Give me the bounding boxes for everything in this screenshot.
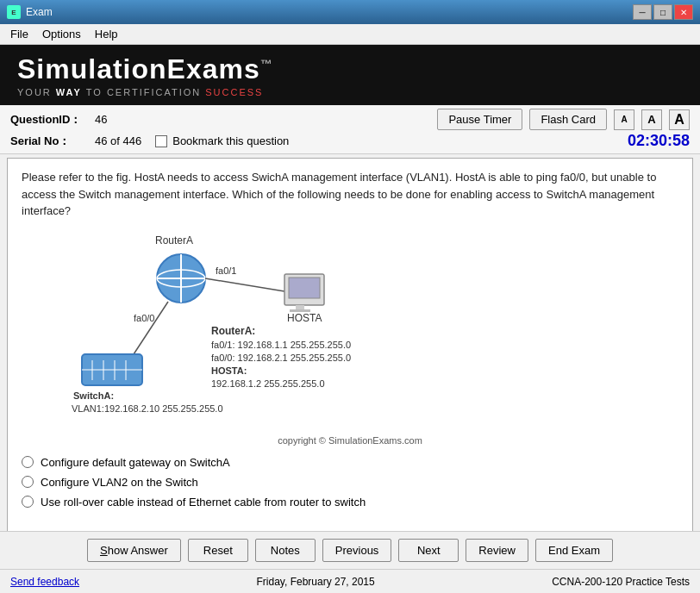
option-text-c: Use roll-over cable instead of Ethernet … bbox=[41, 496, 366, 509]
pause-timer-button[interactable]: Pause Timer bbox=[437, 109, 522, 130]
title-bar: E Exam ─ □ ✕ bbox=[0, 0, 700, 24]
radio-option-a[interactable] bbox=[22, 456, 34, 468]
bottom-bar: Show Answer Reset Notes Previous Next Re… bbox=[0, 531, 700, 569]
option-row-b: Configure VLAN2 on the Switch bbox=[22, 476, 678, 489]
trademark: ™ bbox=[260, 57, 273, 71]
svg-line-14 bbox=[134, 302, 168, 354]
svg-text:192.168.1.2 255.255.255.0: 192.168.1.2 255.255.255.0 bbox=[211, 378, 325, 389]
window-controls[interactable]: ─ □ ✕ bbox=[633, 4, 693, 20]
previous-button[interactable]: Previous bbox=[322, 539, 392, 562]
serial-label: Serial No： bbox=[10, 134, 88, 149]
status-date: Friday, February 27, 2015 bbox=[79, 576, 552, 588]
app-icon: E bbox=[7, 5, 21, 19]
bookmark-label: Bookmark this question bbox=[172, 134, 289, 147]
menu-file[interactable]: File bbox=[3, 26, 35, 42]
show-answer-label: how Answer bbox=[108, 544, 168, 557]
radio-option-b[interactable] bbox=[22, 476, 34, 488]
svg-text:SwitchA:: SwitchA: bbox=[73, 390, 114, 401]
svg-text:E: E bbox=[11, 9, 16, 16]
status-certification: CCNA-200-120 Practice Tests bbox=[552, 576, 690, 588]
router-label: RouterA bbox=[155, 234, 193, 247]
menu-help[interactable]: Help bbox=[88, 26, 125, 42]
reset-label: Reset bbox=[203, 544, 233, 557]
end-exam-label: End Exam bbox=[548, 544, 600, 557]
svg-rect-11 bbox=[296, 305, 304, 309]
show-answer-button[interactable]: Show Answer bbox=[87, 539, 181, 562]
font-medium-button[interactable]: A bbox=[641, 109, 662, 130]
serial-value: 46 of 446 bbox=[95, 134, 141, 147]
next-button[interactable]: Next bbox=[398, 539, 459, 562]
banner-title: SimulationExams™ bbox=[17, 53, 273, 85]
maximize-button[interactable]: □ bbox=[653, 4, 672, 20]
svg-text:HOSTA: HOSTA bbox=[287, 312, 322, 324]
answer-options: Configure default gateway on SwitchA Con… bbox=[8, 449, 692, 522]
window-title: Exam bbox=[26, 6, 633, 18]
svg-text:fa0/0: 192.168.2.1 255.255.255: fa0/0: 192.168.2.1 255.255.255.0 bbox=[211, 353, 351, 363]
review-button[interactable]: Review bbox=[466, 539, 528, 562]
next-label: Next bbox=[417, 544, 441, 557]
option-row-c: Use roll-over cable instead of Ethernet … bbox=[22, 496, 678, 509]
network-diagram: RouterA fa0/1 fa0/0 HOSTA bbox=[22, 227, 453, 425]
svg-text:RouterA:: RouterA: bbox=[211, 325, 255, 337]
reset-button[interactable]: Reset bbox=[188, 539, 248, 562]
menu-options[interactable]: Options bbox=[35, 26, 88, 42]
question-area: Please refer to the fig. HostA needs to … bbox=[7, 158, 693, 565]
svg-rect-10 bbox=[289, 278, 320, 298]
question-id-value: 46 bbox=[95, 113, 107, 126]
radio-option-c[interactable] bbox=[22, 496, 34, 508]
banner-subtitle: YOUR WAY TO CERTIFICATION SUCCESS bbox=[17, 87, 273, 97]
diagram-area: RouterA fa0/1 fa0/0 HOSTA bbox=[8, 227, 692, 432]
font-small-button[interactable]: A bbox=[614, 109, 634, 130]
option-text-b: Configure VLAN2 on the Switch bbox=[41, 476, 198, 489]
review-label: Review bbox=[478, 544, 516, 557]
flash-card-button[interactable]: Flash Card bbox=[529, 109, 607, 130]
option-row-a: Configure default gateway on SwitchA bbox=[22, 456, 678, 469]
close-button[interactable]: ✕ bbox=[674, 4, 693, 20]
timer-display: 02:30:58 bbox=[628, 132, 690, 150]
svg-text:HOSTA:: HOSTA: bbox=[211, 365, 247, 376]
status-bar: Send feedback Friday, February 27, 2015 … bbox=[0, 569, 700, 593]
svg-text:fa0/0: fa0/0 bbox=[134, 313, 154, 323]
option-text-a: Configure default gateway on SwitchA bbox=[41, 456, 230, 469]
minimize-button[interactable]: ─ bbox=[633, 4, 652, 20]
end-exam-button[interactable]: End Exam bbox=[535, 539, 613, 562]
font-large-button[interactable]: A bbox=[669, 109, 690, 130]
copyright: copyright © SimulationExams.com bbox=[8, 432, 692, 449]
previous-label: Previous bbox=[335, 544, 379, 557]
menu-bar: File Options Help bbox=[0, 24, 700, 45]
notes-button[interactable]: Notes bbox=[255, 539, 316, 562]
svg-text:VLAN1:192.168.2.10 255.255.255: VLAN1:192.168.2.10 255.255.255.0 bbox=[72, 403, 223, 414]
svg-line-8 bbox=[205, 278, 284, 291]
svg-text:fa0/1: 192.168.1.1 255.255.255: fa0/1: 192.168.1.1 255.255.255.0 bbox=[211, 340, 351, 350]
app-banner: SimulationExams™ YOUR WAY TO CERTIFICATI… bbox=[0, 45, 700, 105]
svg-text:fa0/1: fa0/1 bbox=[216, 265, 236, 276]
question-text: Please refer to the fig. HostA needs to … bbox=[8, 159, 692, 227]
info-bar: QuestionID： 46 Pause Timer Flash Card A … bbox=[0, 105, 700, 154]
bookmark-checkbox[interactable] bbox=[155, 135, 167, 147]
question-id-label: QuestionID： bbox=[10, 112, 88, 128]
notes-label: Notes bbox=[271, 544, 300, 557]
send-feedback-link[interactable]: Send feedback bbox=[10, 576, 79, 588]
